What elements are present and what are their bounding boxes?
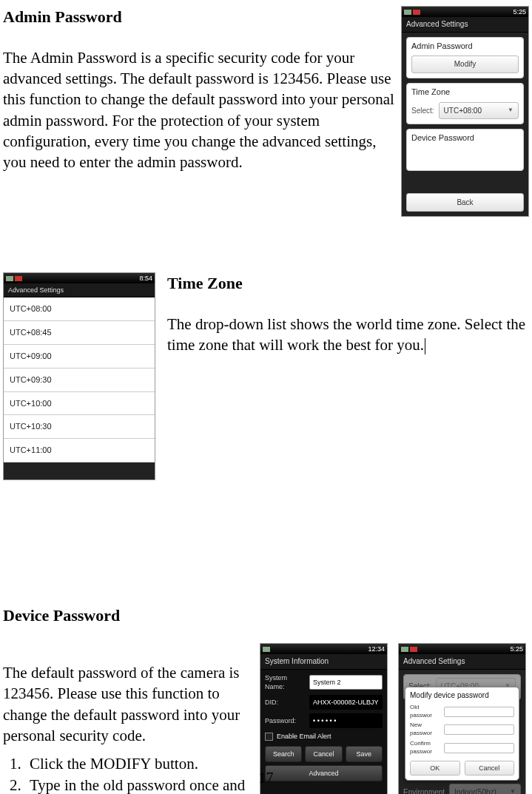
paragraph-time-zone: The drop-down list shows the world time … [167, 314, 526, 356]
modify-button[interactable]: Modify [411, 55, 519, 73]
status-time: 5:25 [510, 645, 523, 653]
email-alert-row[interactable]: Enable Email Alert [265, 732, 383, 741]
system-name-label: System Name: [265, 673, 306, 691]
save-button[interactable]: Save [346, 746, 383, 762]
list-item[interactable]: UTC+08:00 [4, 297, 155, 321]
card-admin-password: Admin Password Modify [406, 37, 524, 78]
list-item[interactable]: UTC+10:30 [4, 415, 155, 439]
paragraph-admin-password: The Admin Password is a specific securit… [3, 47, 399, 173]
screen-title: System Information [260, 654, 387, 670]
status-bar: 5:25 [399, 644, 525, 654]
status-bar: 8:54 [4, 273, 155, 283]
did-field[interactable]: AHXX-000082-ULBJY [309, 695, 383, 710]
screen-title: Advanced Settings [402, 17, 528, 33]
password-field[interactable]: • • • • • • [309, 713, 383, 728]
card-admin-title: Admin Password [411, 41, 519, 52]
old-password-field[interactable] [444, 707, 514, 717]
list-item[interactable]: UTC+10:00 [4, 392, 155, 416]
environment-label: Environment [403, 787, 445, 794]
section-timezone-text: Time Zone The drop-down list shows the w… [167, 272, 526, 355]
password-label: Password: [265, 716, 306, 725]
status-time: 12:34 [368, 645, 385, 653]
card-device-title: Device Password [411, 132, 519, 144]
cancel-button[interactable]: Cancel [305, 746, 342, 762]
status-time: 8:54 [139, 274, 152, 283]
heading-admin-password: Admin Password [3, 6, 399, 28]
timezone-value: UTC+08:00 [444, 106, 482, 116]
screenshot-advanced-settings: 5:25 Advanced Settings Admin Password Mo… [401, 6, 529, 217]
status-bar: 5:25 [402, 7, 528, 17]
status-bar: 12:34 [260, 644, 387, 654]
page-number: 17 [0, 768, 532, 788]
did-label: DID: [265, 698, 306, 707]
email-alert-label: Enable Email Alert [277, 732, 331, 741]
screenshot-timezone-list: 8:54 Advanced Settings UTC+08:00 UTC+08:… [3, 272, 155, 480]
status-time: 5:25 [513, 7, 526, 16]
back-button[interactable]: Back [406, 193, 524, 212]
screen-title: Advanced Settings [4, 283, 155, 297]
card-device-password: Device Password x [406, 129, 524, 170]
card-tz-title: Time Zone [411, 87, 519, 98]
section-admin-password: Admin Password The Admin Password is a s… [0, 6, 532, 228]
new-password-label: New passwor [410, 721, 441, 738]
text-cursor-icon [425, 338, 425, 354]
search-button[interactable]: Search [265, 746, 302, 762]
system-name-field[interactable]: System 2 [309, 675, 383, 690]
paragraph-device-intro: The default password of the camera is 12… [3, 662, 255, 746]
heading-time-zone: Time Zone [167, 272, 526, 295]
screen-title: Advanced Settings [399, 654, 525, 670]
card-time-zone: Time Zone Select: UTC+08:00 ▼ [406, 83, 524, 124]
confirm-password-label: Confirm passwor [410, 740, 441, 756]
list-item[interactable]: UTC+09:00 [4, 345, 155, 369]
list-item[interactable]: UTC+11:00 [4, 439, 155, 462]
select-label: Select: [411, 106, 434, 116]
old-password-label: Old passwor [410, 704, 441, 720]
modify-password-dialog: Modify device password Old passwor New p… [405, 687, 519, 780]
confirm-password-field[interactable] [444, 743, 514, 753]
section-time-zone: 8:54 Advanced Settings UTC+08:00 UTC+08:… [0, 272, 532, 571]
chevron-down-icon: ▼ [508, 107, 514, 115]
checkbox-icon [265, 733, 273, 741]
new-password-field[interactable] [444, 724, 514, 735]
section-admin-text: Admin Password The Admin Password is a s… [3, 6, 399, 173]
section-device-password: Device Password The default password of … [0, 605, 532, 794]
dialog-title: Modify device password [410, 690, 514, 701]
list-item[interactable]: UTC+08:45 [4, 321, 155, 345]
list-item[interactable]: UTC+09:30 [4, 369, 155, 392]
timezone-select[interactable]: UTC+08:00 ▼ [439, 102, 519, 120]
timezone-list: UTC+08:00 UTC+08:45 UTC+09:00 UTC+09:30 … [4, 297, 155, 462]
heading-device-password: Device Password [3, 605, 532, 627]
